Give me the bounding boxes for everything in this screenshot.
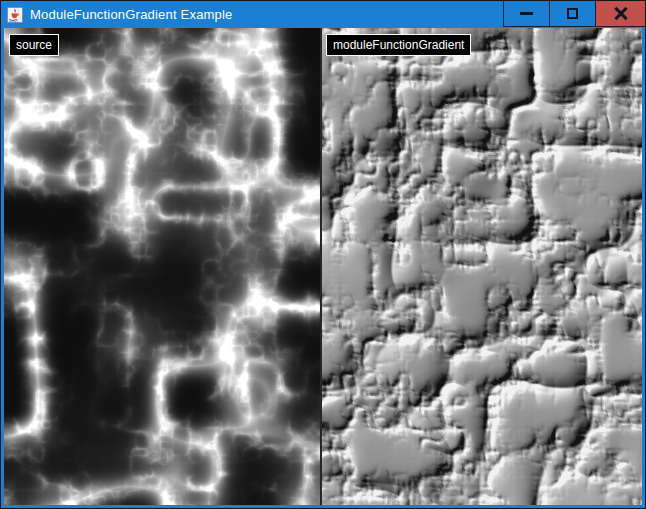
titlebar[interactable]: ModuleFunctionGradient Example: [1, 1, 645, 28]
java-coffee-cup-icon: [7, 7, 23, 23]
close-icon: [614, 7, 628, 21]
source-panel: source: [4, 28, 320, 505]
module-function-gradient-image: [322, 28, 642, 505]
source-image: [4, 28, 320, 505]
window-controls: [503, 1, 645, 27]
source-label: source: [9, 34, 59, 56]
module-function-gradient-panel: moduleFunctionGradient: [322, 28, 642, 505]
close-button[interactable]: [595, 1, 645, 27]
module-function-gradient-label: moduleFunctionGradient: [326, 34, 471, 56]
app-window: ModuleFunctionGradient Example source mo…: [0, 0, 646, 509]
maximize-button[interactable]: [549, 1, 595, 27]
minimize-button[interactable]: [503, 1, 549, 27]
maximize-icon: [567, 8, 578, 19]
minimize-icon: [520, 12, 533, 15]
content-area: source moduleFunctionGradient: [4, 28, 642, 505]
window-title: ModuleFunctionGradient Example: [30, 7, 233, 22]
